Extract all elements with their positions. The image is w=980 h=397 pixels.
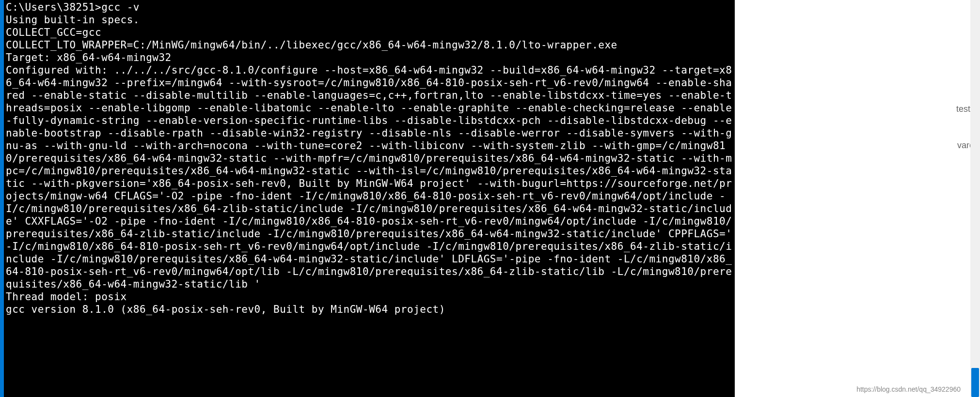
terminal-line: Using built-in specs. <box>6 14 140 26</box>
terminal-line: COLLECT_LTO_WRAPPER=C:/MinWG/mingw64/bin… <box>6 39 617 51</box>
terminal-line: gcc version 8.1.0 (x86_64-posix-seh-rev0… <box>6 304 445 315</box>
background-text: test <box>956 104 970 114</box>
watermark-text: https://blog.csdn.net/qq_34922960 <box>856 385 961 393</box>
terminal-prompt-line: C:\Users\38251>gcc -v <box>6 1 140 13</box>
terminal-line: COLLECT_GCC=gcc <box>6 27 101 38</box>
terminal-line: Target: x86_64-w64-mingw32 <box>6 52 172 63</box>
background-window: test vare <box>735 0 980 397</box>
terminal-window[interactable]: C:\Users\38251>gcc -v Using built-in spe… <box>0 0 735 397</box>
terminal-output: C:\Users\38251>gcc -v Using built-in spe… <box>4 0 735 317</box>
terminal-line: Thread model: posix <box>6 291 127 303</box>
scrollbar[interactable] <box>970 0 980 397</box>
terminal-line: Configured with: ../../../src/gcc-8.1.0/… <box>6 64 738 290</box>
scrollbar-thumb[interactable] <box>971 368 979 397</box>
